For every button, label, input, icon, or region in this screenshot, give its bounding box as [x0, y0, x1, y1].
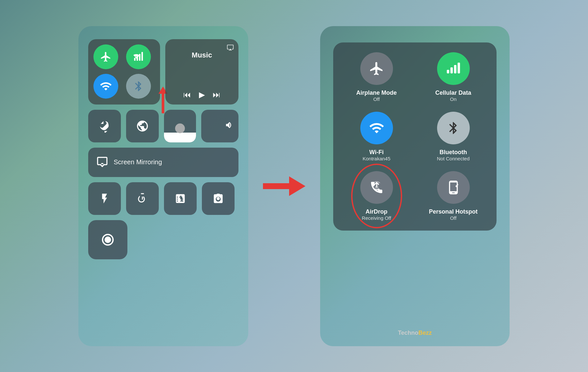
svg-rect-3	[141, 52, 143, 61]
calculator-button[interactable]	[164, 182, 197, 215]
svg-rect-1	[137, 56, 138, 61]
svg-rect-8	[454, 65, 456, 73]
airplane-button[interactable]	[93, 44, 118, 69]
music-title: Music	[192, 51, 212, 59]
connectivity-block	[88, 39, 160, 105]
svg-point-5	[105, 236, 111, 243]
bluetooth-label: Bluetooth Not Connected	[437, 149, 469, 161]
watermark-techno: Techno	[398, 330, 418, 336]
cellular-data-label: Cellular Data On	[435, 89, 471, 102]
arrow-head	[289, 176, 305, 196]
right-arrow	[263, 176, 305, 196]
airplane-mode-item[interactable]: Airplane Mode Off	[343, 52, 410, 102]
svg-point-11	[455, 185, 457, 187]
wifi-circle	[360, 112, 393, 144]
bluetooth-button-left[interactable]	[126, 74, 151, 99]
svg-rect-0	[134, 58, 136, 61]
brightness-fill	[164, 133, 196, 142]
main-container: Music ⏮ ▶ ⏭	[0, 0, 588, 372]
arrow-shaft	[263, 183, 289, 189]
second-row	[88, 110, 238, 142]
screen-mirror-icon	[96, 155, 108, 170]
screen-record-button[interactable]	[88, 220, 127, 259]
hotspot-item[interactable]: Personal Hotspot Off	[420, 171, 487, 221]
airplay-icon[interactable]	[227, 44, 234, 53]
camera-button[interactable]	[202, 182, 235, 215]
cellular-data-item[interactable]: Cellular Data On	[420, 52, 487, 102]
wifi-item[interactable]: Wi-Fi Kontrakan45	[343, 112, 410, 161]
last-row	[88, 220, 238, 259]
rewind-icon[interactable]: ⏮	[183, 90, 191, 99]
screen-mirroring-button[interactable]: Screen Mirroring	[88, 148, 238, 177]
rotation-lock-button[interactable]	[88, 110, 121, 142]
control-center-left: Music ⏮ ▶ ⏭	[78, 26, 248, 346]
hotspot-circle	[437, 171, 470, 204]
watermark-bezz: Bezz	[418, 330, 432, 336]
airplane-mode-circle	[360, 52, 393, 85]
watermark: TechnoBezz	[398, 330, 432, 336]
play-icon[interactable]: ▶	[199, 90, 205, 99]
svg-rect-9	[457, 62, 460, 73]
forward-icon[interactable]: ⏭	[213, 90, 220, 99]
airdrop-circle	[360, 171, 393, 204]
brightness-slider[interactable]	[164, 110, 196, 142]
main-arrow-container	[268, 176, 301, 196]
cellular-data-circle	[437, 52, 470, 85]
cellular-button[interactable]	[126, 44, 151, 69]
volume-slider[interactable]	[201, 110, 238, 142]
flashlight-button[interactable]	[88, 182, 121, 215]
music-controls: ⏮ ▶ ⏭	[183, 90, 220, 99]
svg-rect-2	[139, 54, 141, 61]
wifi-label: Wi-Fi Kontrakan45	[363, 149, 390, 161]
bottom-row	[88, 182, 238, 215]
do-not-disturb-button[interactable]	[126, 110, 159, 142]
screen-mirroring-row: Screen Mirroring	[88, 148, 238, 177]
bluetooth-circle	[437, 112, 470, 144]
timer-button[interactable]	[126, 182, 159, 215]
connectivity-wrapper	[88, 39, 160, 105]
hotspot-label: Personal Hotspot Off	[429, 208, 478, 221]
top-row: Music ⏮ ▶ ⏭	[88, 39, 238, 105]
airdrop-label: AirDrop Receiving Off	[362, 208, 391, 221]
volume-icon	[224, 121, 233, 132]
screen-mirror-label: Screen Mirroring	[114, 158, 162, 166]
expanded-control-center: Airplane Mode Off Cellular Data On	[320, 26, 510, 346]
svg-rect-7	[450, 67, 452, 73]
airdrop-item[interactable]: AirDrop Receiving Off	[343, 171, 410, 221]
brightness-knob	[175, 123, 185, 133]
expanded-grid: Airplane Mode Off Cellular Data On	[333, 42, 497, 231]
wifi-button-left[interactable]	[93, 74, 118, 99]
music-block: Music ⏮ ▶ ⏭	[165, 39, 238, 105]
svg-point-12	[457, 184, 458, 185]
bluetooth-item[interactable]: Bluetooth Not Connected	[420, 112, 487, 161]
airplane-mode-label: Airplane Mode Off	[356, 89, 397, 102]
svg-rect-6	[447, 70, 449, 73]
